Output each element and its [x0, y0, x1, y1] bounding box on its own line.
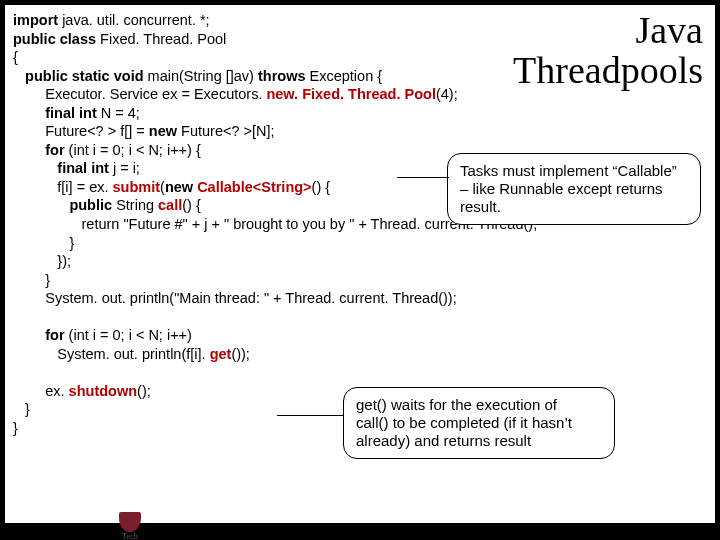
- call-shutdown: shutdown: [69, 383, 137, 399]
- kw-for: for: [13, 142, 69, 158]
- t: java. util. concurrent. *;: [62, 12, 210, 28]
- t: String: [116, 197, 158, 213]
- t: ex.: [13, 383, 69, 399]
- t: }: [13, 235, 74, 251]
- leader-line-1: [397, 177, 449, 178]
- t: f[i] = ex.: [13, 179, 113, 195]
- kw-import: import: [13, 12, 62, 28]
- callout2-l3: already) and returns result: [356, 432, 531, 449]
- t: (int: [69, 327, 93, 343]
- t: Future<? > f[] =: [13, 123, 149, 139]
- callout1-l3: result.: [460, 198, 501, 215]
- t: () {: [182, 197, 201, 213]
- callout1-l2: – like Runnable except returns: [460, 180, 663, 197]
- t: main(String []av): [148, 68, 258, 84]
- t: i = 0; i < N; i++): [93, 327, 192, 343]
- t: Future<? >[N];: [181, 123, 275, 139]
- t: () {: [312, 179, 331, 195]
- callout-get: get() waits for the execution of call() …: [343, 387, 615, 459]
- t: [13, 309, 17, 325]
- kw-new2: new: [165, 179, 197, 195]
- t: {: [13, 49, 18, 65]
- kw-for2: for: [13, 327, 69, 343]
- kw-new: new: [149, 123, 181, 139]
- kw-psv: public static void: [13, 68, 148, 84]
- footer-text: Tech: [115, 532, 145, 540]
- slide-title: Java Threadpools: [513, 11, 703, 91]
- slide: Java Threadpools import java. util. conc…: [4, 4, 716, 524]
- call-call: call: [158, 197, 182, 213]
- t: Fixed. Thread. Pool: [100, 31, 226, 47]
- t: Executor. Service ex = Executors.: [13, 86, 266, 102]
- t: }: [13, 272, 50, 288]
- t: }: [13, 420, 18, 436]
- callout-callable: Tasks must implement “Callable” – like R…: [447, 153, 701, 225]
- kw-public: public: [13, 197, 116, 213]
- footer-logo: Tech: [115, 512, 145, 536]
- callout2-l2: call() to be completed (if it hasn’t: [356, 414, 572, 431]
- t: System. out. println(f[i].: [13, 346, 210, 362]
- call-newpool: new. Fixed. Thread. Pool: [266, 86, 435, 102]
- call-get: get: [210, 346, 232, 362]
- kw-final-int: final int: [13, 105, 101, 121]
- t: i = 0; i < N; i++) {: [93, 142, 201, 158]
- call-callable: Callable<String>: [197, 179, 311, 195]
- kw-throws: throws: [258, 68, 310, 84]
- kw-final-int2: final int: [13, 160, 113, 176]
- t: (int: [69, 142, 93, 158]
- t: ());: [231, 346, 250, 362]
- t: (4);: [436, 86, 458, 102]
- t: [13, 364, 17, 380]
- t: });: [13, 253, 71, 269]
- title-line-2: Threadpools: [513, 49, 703, 91]
- callout1-l1: Tasks must implement “Callable”: [460, 162, 677, 179]
- t: System. out. println("Main thread: " + T…: [13, 290, 457, 306]
- shield-icon: [119, 512, 141, 532]
- callout2-l1: get() waits for the execution of: [356, 396, 557, 413]
- call-submit: submit: [113, 179, 161, 195]
- t: ();: [137, 383, 151, 399]
- t: Exception {: [310, 68, 383, 84]
- t: }: [13, 401, 30, 417]
- kw-public-class: public class: [13, 31, 100, 47]
- t: j = i;: [113, 160, 140, 176]
- leader-line-2: [277, 415, 343, 416]
- t: N = 4;: [101, 105, 140, 121]
- title-line-1: Java: [635, 9, 703, 51]
